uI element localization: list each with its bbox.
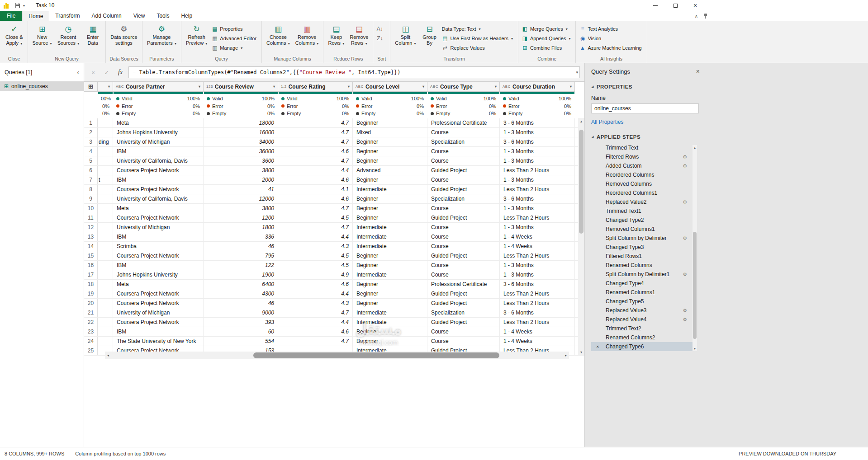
new-source-button[interactable]: ⊞NewSource ▾ bbox=[30, 22, 55, 56]
scroll-right-icon[interactable]: ▸ bbox=[563, 352, 569, 359]
applied-step-changed-type6[interactable]: ×Changed Type6 bbox=[591, 342, 697, 351]
applied-step-changed-type2[interactable]: Changed Type2 bbox=[591, 216, 697, 225]
group-by-button[interactable]: ⊟GroupBy bbox=[419, 22, 441, 56]
query-item-online-courses[interactable]: ⊞online_courses bbox=[0, 81, 84, 91]
cell-course_type[interactable]: Specialization bbox=[427, 308, 500, 317]
cell-course_partner[interactable]: Scrimba bbox=[113, 242, 204, 251]
cell-course_level[interactable]: Beginner bbox=[353, 289, 427, 298]
vision-button[interactable]: ◉Vision bbox=[578, 34, 645, 43]
cell-clipped[interactable] bbox=[98, 337, 113, 346]
cell-course_type[interactable]: Specialization bbox=[427, 137, 500, 146]
data-source-settings-button[interactable]: ⚙Data sourcesettings bbox=[108, 22, 140, 56]
select-all-button[interactable]: ⊞ bbox=[84, 82, 98, 92]
sort-descending-icon-button[interactable]: Z↓ bbox=[375, 34, 388, 43]
vertical-scrollbar-thumb[interactable] bbox=[579, 130, 583, 234]
cell-course_review[interactable]: 554 bbox=[204, 337, 278, 346]
cell-course_review[interactable]: 2000 bbox=[204, 175, 278, 184]
cell-course_rating[interactable]: 4.5 bbox=[278, 213, 353, 222]
cell-clipped[interactable] bbox=[98, 185, 113, 194]
cell-course_level[interactable]: Beginner bbox=[353, 147, 427, 156]
cell-course_rating[interactable]: 4.7 bbox=[278, 308, 353, 317]
cell-course_review[interactable]: 1200 bbox=[204, 213, 278, 222]
applied-step-split-column-by-delimiter1[interactable]: Split Column by Delimiter1⚙ bbox=[591, 270, 697, 279]
cell-course_level[interactable]: Beginner bbox=[353, 213, 427, 222]
cell-course_rating[interactable]: 4.9 bbox=[278, 270, 353, 279]
applied-step-changed-type4[interactable]: Changed Type4 bbox=[591, 279, 697, 288]
row-number[interactable]: 19 bbox=[84, 289, 98, 298]
cell-clipped[interactable] bbox=[98, 194, 113, 203]
row-number[interactable]: 24 bbox=[84, 337, 98, 346]
cell-clipped[interactable] bbox=[98, 327, 113, 336]
close-button[interactable]: × bbox=[685, 0, 705, 11]
cell-course_type[interactable]: Course bbox=[427, 128, 500, 137]
cell-clipped[interactable]: t bbox=[98, 175, 113, 184]
step-settings-gear-icon[interactable]: ⚙ bbox=[683, 235, 687, 241]
cell-clipped[interactable] bbox=[98, 147, 113, 156]
cell-course_partner[interactable]: Coursera Project Network bbox=[113, 166, 204, 175]
cell-course_review[interactable]: 795 bbox=[204, 251, 278, 260]
cell-clipped[interactable] bbox=[98, 223, 113, 232]
row-number[interactable]: 6 bbox=[84, 166, 98, 175]
applied-step-trimmed-text[interactable]: Trimmed Text bbox=[591, 143, 697, 152]
applied-step-renamed-columns1[interactable]: Renamed Columns1 bbox=[591, 288, 697, 297]
cell-course_duration[interactable]: 1 - 4 Weeks bbox=[500, 337, 575, 346]
collapse-ribbon-icon[interactable]: ∧ bbox=[695, 14, 698, 19]
applied-step-filtered-rows1[interactable]: Filtered Rows1 bbox=[591, 252, 697, 261]
applied-step-renamed-columns2[interactable]: Renamed Columns2 bbox=[591, 333, 697, 342]
cell-course_duration[interactable]: 1 - 3 Months bbox=[500, 270, 575, 279]
cell-course_type[interactable]: Course bbox=[427, 204, 500, 213]
steps-scrollbar[interactable]: ▴ ▾ bbox=[693, 145, 697, 351]
remove-rows-button[interactable]: ▤RemoveRows ▾ bbox=[347, 22, 371, 56]
applied-step-reordered-columns1[interactable]: Reordered Columns1 bbox=[591, 188, 697, 197]
cell-course_rating[interactable]: 4.4 bbox=[278, 232, 353, 241]
cell-course_partner[interactable]: Johns Hopkins University bbox=[113, 128, 204, 137]
cell-course_type[interactable]: Professional Certificate bbox=[427, 118, 500, 127]
cell-course_partner[interactable]: Coursera Project Network bbox=[113, 299, 204, 308]
row-number[interactable]: 11 bbox=[84, 213, 98, 222]
row-number[interactable]: 22 bbox=[84, 318, 98, 327]
cell-course_type[interactable]: Specialization bbox=[427, 194, 500, 203]
cell-course_partner[interactable]: IBM bbox=[113, 232, 204, 241]
column-header-clipped[interactable]: ▾ bbox=[98, 82, 113, 92]
cell-course_rating[interactable]: 4.4 bbox=[278, 166, 353, 175]
cell-course_type[interactable]: Guided Project bbox=[427, 318, 500, 327]
cell-course_duration[interactable]: Less Than 2 Hours bbox=[500, 251, 575, 260]
cell-course_level[interactable]: Beginner bbox=[353, 204, 427, 213]
cell-clipped[interactable] bbox=[98, 270, 113, 279]
cell-course_duration[interactable]: 1 - 3 Months bbox=[500, 261, 575, 270]
cell-clipped[interactable] bbox=[98, 280, 113, 289]
cell-course_review[interactable]: 18000 bbox=[204, 118, 278, 127]
applied-step-replaced-value2[interactable]: Replaced Value2⚙ bbox=[591, 197, 697, 207]
scroll-up-icon[interactable]: ▴ bbox=[578, 118, 584, 124]
cell-course_partner[interactable]: University of Michigan bbox=[113, 137, 204, 146]
tab-help[interactable]: Help bbox=[175, 11, 198, 21]
cell-course_partner[interactable]: University of Michigan bbox=[113, 223, 204, 232]
combine-files-button[interactable]: ⊞Combine Files bbox=[520, 43, 574, 52]
manage-button[interactable]: ▥Manage▾ bbox=[210, 43, 260, 52]
cell-course_review[interactable]: 46 bbox=[204, 299, 278, 308]
cell-clipped[interactable] bbox=[98, 213, 113, 222]
cell-clipped[interactable] bbox=[98, 204, 113, 213]
cell-course_type[interactable]: Course bbox=[427, 223, 500, 232]
cell-course_level[interactable]: Beginner bbox=[353, 156, 427, 165]
cell-course_rating[interactable]: 4.6 bbox=[278, 175, 353, 184]
applied-step-removed-columns[interactable]: Removed Columns bbox=[591, 179, 697, 188]
applied-step-trimmed-text2[interactable]: Trimmed Text2 bbox=[591, 324, 697, 333]
append-queries-button[interactable]: ◨Append Queries▾ bbox=[520, 34, 574, 43]
data-type-text-button[interactable]: Data Type: Text▾ bbox=[441, 24, 516, 33]
cell-course_review[interactable]: 34000 bbox=[204, 137, 278, 146]
cell-course_partner[interactable]: Meta bbox=[113, 280, 204, 289]
cell-course_level[interactable]: Beginner bbox=[353, 118, 427, 127]
remove-columns-button[interactable]: ▥RemoveColumns ▾ bbox=[293, 22, 322, 56]
column-header-course_partner[interactable]: ABCCourse Partner▾ bbox=[113, 82, 204, 92]
cell-course_partner[interactable]: IBM bbox=[113, 147, 204, 156]
cell-course_partner[interactable]: University of California, Davis bbox=[113, 156, 204, 165]
row-number[interactable]: 20 bbox=[84, 299, 98, 308]
cell-course_type[interactable]: Course bbox=[427, 337, 500, 346]
step-settings-gear-icon[interactable]: ⚙ bbox=[683, 163, 687, 169]
cell-course_review[interactable]: 4300 bbox=[204, 289, 278, 298]
replace-values-button[interactable]: ⇄Replace Values bbox=[441, 43, 516, 52]
cell-course_rating[interactable]: 4.3 bbox=[278, 299, 353, 308]
cell-course_type[interactable]: Guided Project bbox=[427, 213, 500, 222]
cell-course_review[interactable]: 1900 bbox=[204, 270, 278, 279]
